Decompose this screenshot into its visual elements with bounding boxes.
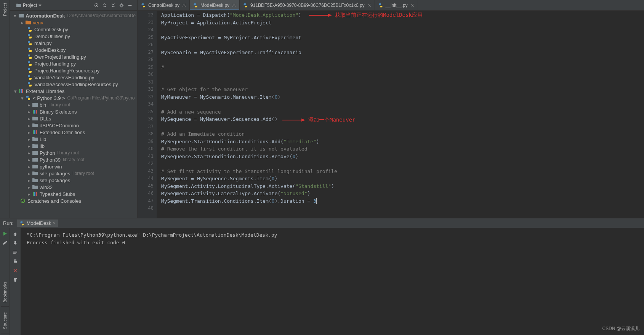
svg-point-1 — [96, 5, 97, 6]
tree-file[interactable]: ProjectHandling.py — [10, 60, 137, 67]
svg-rect-11 — [34, 130, 35, 134]
svg-rect-15 — [36, 192, 37, 196]
hide-button[interactable] — [126, 1, 134, 10]
run-config[interactable]: ModelDesk × — [17, 220, 58, 227]
run-console[interactable]: "C:\Program Files\Python39\python.exe" D… — [21, 228, 644, 335]
trash-button[interactable] — [11, 276, 19, 284]
tree-file[interactable]: OwnProjectHandling.py — [10, 53, 137, 60]
run-tool-button[interactable] — [1, 239, 9, 247]
left-tab-structure[interactable]: Structure — [1, 308, 9, 333]
svg-rect-13 — [33, 192, 34, 196]
project-title: Project — [23, 3, 37, 8]
tree-lib[interactable]: ▸pythonwin — [10, 163, 137, 170]
tree-lib[interactable]: ▸Python39 library root — [10, 156, 137, 163]
print-button[interactable] — [11, 257, 19, 266]
tree-lib[interactable]: ▸dSPACECommon — [10, 122, 137, 129]
code-editor[interactable]: 获取当前正在运行的ModelDesk应用 添加一个Maneuver Applic… — [157, 11, 644, 218]
collapse-all-button[interactable] — [109, 1, 117, 10]
svg-rect-24 — [14, 261, 17, 263]
tree-file[interactable]: ProjectHandlingResources.py — [10, 67, 137, 74]
project-tree[interactable]: ▾ AutomationDesk D:\PycharmProject\Autom… — [10, 11, 137, 218]
close-button[interactable] — [11, 266, 19, 275]
tree-lib[interactable]: ▸win32 — [10, 184, 137, 191]
svg-marker-20 — [301, 119, 305, 122]
editor-tabs: ControlDesk.pyModelDesk.py911BDF5E-A950-… — [138, 0, 644, 11]
left-tab-project[interactable]: Project — [3, 0, 7, 19]
svg-rect-9 — [36, 110, 37, 114]
svg-rect-22 — [13, 252, 17, 253]
svg-rect-10 — [33, 130, 34, 134]
editor-tab[interactable]: ModelDesk.py — [190, 0, 240, 10]
tree-lib[interactable]: ▸Binary Skeletons — [10, 108, 137, 115]
tree-file[interactable]: DemoUtilities.py — [10, 33, 137, 40]
editor-tab[interactable]: __init__.py — [375, 0, 418, 10]
svg-rect-7 — [33, 110, 34, 114]
svg-rect-8 — [34, 110, 35, 114]
svg-marker-18 — [328, 14, 332, 17]
svg-rect-23 — [13, 253, 16, 254]
tree-lib[interactable]: ▸lib — [10, 143, 137, 149]
tree-file[interactable]: main.py — [10, 40, 137, 46]
editor-tab[interactable]: ControlDesk.py — [138, 0, 190, 10]
watermark: CSDN @云溪溪儿 — [602, 325, 639, 332]
svg-rect-14 — [34, 192, 35, 196]
project-sidebar: Project ▾ AutomationDesk D:\PycharmProje… — [10, 0, 138, 218]
tree-file[interactable]: ControlDesk.py — [10, 26, 137, 33]
locate-button[interactable] — [92, 1, 101, 10]
dropdown-arrow-icon — [38, 4, 42, 7]
tree-python-env[interactable]: ▾ < Python 3.9 > C:\Program Files\Python… — [10, 95, 137, 101]
folder-icon — [16, 3, 21, 8]
editor-tab[interactable]: 911BDF5E-A950-3970-8B99-86C76DC25B1Fx0x1… — [240, 0, 375, 10]
scroll-up-button[interactable] — [11, 230, 19, 238]
scroll-down-button[interactable] — [11, 239, 19, 247]
settings-button[interactable] — [117, 1, 126, 10]
run-play-button[interactable] — [1, 230, 9, 237]
tree-lib[interactable]: ▸Lib — [10, 136, 137, 143]
svg-point-2 — [121, 4, 122, 6]
tree-lib[interactable]: ▸Typeshed Stubs — [10, 191, 137, 197]
line-gutter: 2223242526272829303132333435363738394041… — [138, 11, 157, 218]
run-label: Run: — [3, 220, 13, 226]
tree-external-libraries[interactable]: ▾ External Libraries — [10, 88, 137, 95]
soft-wrap-button[interactable] — [11, 248, 19, 256]
left-tab-bookmarks[interactable]: Bookmarks — [1, 278, 9, 307]
tree-venv[interactable]: ▸ venv — [10, 19, 137, 26]
svg-rect-6 — [22, 89, 23, 93]
tree-file[interactable]: ModelDesk.py — [10, 46, 137, 53]
tree-file[interactable]: VariableAccessHandlingResources.py — [10, 81, 137, 88]
tree-lib[interactable]: ▸site-packages — [10, 177, 137, 184]
tree-file[interactable]: VariableAccessHandling.py — [10, 74, 137, 81]
expand-all-button[interactable] — [101, 1, 109, 10]
annotation-1: 获取当前正在运行的ModelDesk应用 — [309, 11, 423, 19]
svg-rect-12 — [36, 130, 37, 134]
tree-lib[interactable]: ▸Python library root — [10, 149, 137, 156]
annotation-2: 添加一个Maneuver — [282, 116, 355, 124]
project-view-selector[interactable]: Project — [13, 2, 45, 9]
svg-rect-3 — [128, 5, 132, 6]
tree-lib[interactable]: ▸site-packages library root — [10, 170, 137, 177]
tree-project-root[interactable]: ▾ AutomationDesk D:\PycharmProject\Autom… — [10, 12, 137, 19]
tree-lib[interactable]: ▸Extended Definitions — [10, 129, 137, 136]
tree-lib[interactable]: ▸bin library root — [10, 101, 137, 108]
svg-rect-25 — [14, 260, 16, 261]
tree-lib[interactable]: ▸DLLs — [10, 115, 137, 122]
svg-rect-4 — [19, 89, 20, 93]
svg-rect-5 — [21, 89, 22, 93]
tree-scratches[interactable]: Scratches and Consoles — [10, 197, 137, 204]
svg-rect-21 — [13, 251, 17, 252]
